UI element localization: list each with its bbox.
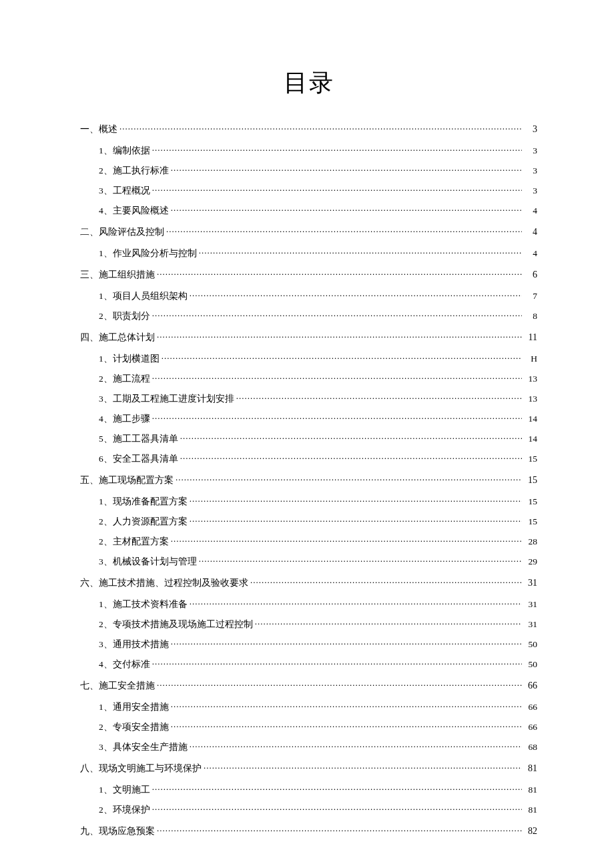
toc-leader-dots xyxy=(190,290,522,299)
toc-entry-label: 3、工期及工程施工进度计划安排 xyxy=(99,393,234,405)
toc-leader-dots xyxy=(236,392,522,402)
toc-entry: 4、主要风险概述4 xyxy=(80,204,537,217)
toc-entry: 九、现场应急预案82 xyxy=(80,825,537,837)
toc-leader-dots xyxy=(166,226,522,235)
toc-leader-dots xyxy=(255,618,522,627)
toc-entry: 六、施工技术措施、过程控制及验收要求31 xyxy=(80,576,537,589)
toc-leader-dots xyxy=(152,310,522,319)
toc-leader-dots xyxy=(157,331,522,340)
toc-entry: 七、施工安全措施66 xyxy=(80,679,537,692)
toc-entry: 1、现场准备配置方案15 xyxy=(80,495,537,508)
toc-leader-dots xyxy=(171,535,522,544)
toc-entry-page: 11 xyxy=(524,332,537,343)
toc-entry-page: 68 xyxy=(524,742,537,753)
toc-entry-page: 15 xyxy=(524,454,537,464)
toc-entry-page: 31 xyxy=(524,578,537,588)
toc-entry-label: 4、交付标准 xyxy=(99,659,150,671)
toc-entry-label: 七、施工安全措施 xyxy=(80,680,155,692)
toc-entry: 5、施工工器具清单14 xyxy=(80,432,537,445)
toc-entry: 2、职责划分8 xyxy=(80,310,537,322)
toc-entry-label: 3、通用技术措施 xyxy=(99,638,169,650)
toc-entry-label: 九、现场应急预案 xyxy=(80,825,155,837)
toc-entry-page: 4 xyxy=(524,248,537,259)
toc-entry: 4、交付标准50 xyxy=(80,658,537,671)
toc-entry-page: 13 xyxy=(524,374,537,384)
toc-entry-page: 6 xyxy=(524,270,537,280)
toc-leader-dots xyxy=(180,432,522,442)
toc-leader-dots xyxy=(157,679,522,689)
toc-entry: 1、通用安全措施66 xyxy=(80,701,537,713)
table-of-contents: 一、概述31、编制依据32、施工执行标准33、工程概况34、主要风险概述4二、风… xyxy=(80,123,537,839)
toc-entry-page: 15 xyxy=(524,496,537,507)
toc-entry-page: 3 xyxy=(524,165,537,176)
toc-entry-label: 5、施工工器具清单 xyxy=(99,433,178,445)
toc-entry-label: 2、环境保护 xyxy=(99,804,150,816)
toc-entry: 2、主材配置方案28 xyxy=(80,535,537,548)
toc-entry-page: 50 xyxy=(524,659,537,670)
toc-entry-label: 3、机械设备计划与管理 xyxy=(99,556,197,568)
toc-leader-dots xyxy=(171,204,522,213)
toc-entry-page: 81 xyxy=(524,805,537,815)
toc-entry-label: 1、项目人员组织架构 xyxy=(99,290,188,302)
toc-entry-page: 28 xyxy=(524,536,537,547)
toc-leader-dots xyxy=(190,515,522,524)
toc-leader-dots xyxy=(180,452,522,462)
toc-entry-label: 1、现场准备配置方案 xyxy=(99,496,188,508)
toc-entry: 3、具体安全生产措施68 xyxy=(80,741,537,753)
toc-entry-page: 15 xyxy=(524,516,537,527)
toc-entry-label: 1、计划横道图 xyxy=(99,353,160,365)
toc-leader-dots xyxy=(190,598,522,607)
toc-leader-dots xyxy=(171,638,522,647)
toc-leader-dots xyxy=(250,576,522,586)
toc-entry-page: 15 xyxy=(524,475,537,486)
toc-entry-label: 1、施工技术资料准备 xyxy=(99,598,188,610)
toc-entry-page: 8 xyxy=(524,311,537,322)
toc-entry: 一、概述3 xyxy=(80,123,537,135)
toc-entry-label: 八、现场文明施工与环境保护 xyxy=(80,763,202,775)
toc-entry-label: 1、作业风险分析与控制 xyxy=(99,248,197,260)
toc-entry-label: 3、具体安全生产措施 xyxy=(99,741,188,753)
toc-entry-page: H xyxy=(524,354,537,364)
toc-entry-label: 4、主要风险概述 xyxy=(99,205,169,217)
toc-entry: 2、环境保护81 xyxy=(80,803,537,816)
toc-leader-dots xyxy=(171,721,522,730)
toc-leader-dots xyxy=(119,123,522,132)
toc-entry-label: 六、施工技术措施、过程控制及验收要求 xyxy=(80,577,248,589)
toc-leader-dots xyxy=(152,803,522,813)
toc-entry-page: 14 xyxy=(524,414,537,424)
toc-entry-page: 4 xyxy=(524,205,537,216)
toc-entry: 二、风险评估及控制4 xyxy=(80,226,537,238)
toc-leader-dots xyxy=(162,352,522,362)
toc-entry-label: 2、职责划分 xyxy=(99,310,150,322)
toc-leader-dots xyxy=(157,825,522,834)
toc-entry: 3、工程概况3 xyxy=(80,184,537,197)
toc-entry: 2、专项技术措施及现场施工过程控制31 xyxy=(80,618,537,630)
toc-leader-dots xyxy=(152,783,522,793)
toc-entry-page: 66 xyxy=(524,702,537,713)
toc-entry-page: 13 xyxy=(524,394,537,404)
toc-leader-dots xyxy=(190,495,522,504)
toc-entry: 五、施工现场配置方案15 xyxy=(80,474,537,486)
toc-entry-label: 一、概述 xyxy=(80,123,117,135)
toc-entry: 6、安全工器具清单15 xyxy=(80,452,537,465)
toc-entry: 4、施工步骤14 xyxy=(80,412,537,425)
toc-entry-page: 66 xyxy=(524,681,537,691)
toc-entry: 1、作业风险分析与控制4 xyxy=(80,247,537,260)
toc-entry-page: 4 xyxy=(524,227,537,238)
toc-entry-label: 五、施工现场配置方案 xyxy=(80,474,174,486)
toc-entry: 2、专项安全措施66 xyxy=(80,721,537,733)
toc-entry-page: 3 xyxy=(524,185,537,196)
toc-entry-label: 1、通用安全措施 xyxy=(99,701,169,713)
toc-entry-page: 3 xyxy=(524,145,537,156)
toc-entry: 3、工期及工程施工进度计划安排13 xyxy=(80,392,537,405)
toc-entry-page: 50 xyxy=(524,639,537,650)
toc-entry-page: 3 xyxy=(524,124,537,135)
toc-entry: 四、施工总体计划11 xyxy=(80,331,537,344)
toc-leader-dots xyxy=(190,741,522,750)
toc-leader-dots xyxy=(199,555,522,564)
toc-entry: 3、机械设备计划与管理29 xyxy=(80,555,537,568)
toc-entry-page: 31 xyxy=(524,619,537,630)
toc-entry-page: 82 xyxy=(524,826,537,837)
toc-entry-page: 7 xyxy=(524,291,537,302)
toc-entry-label: 3、工程概况 xyxy=(99,185,150,197)
